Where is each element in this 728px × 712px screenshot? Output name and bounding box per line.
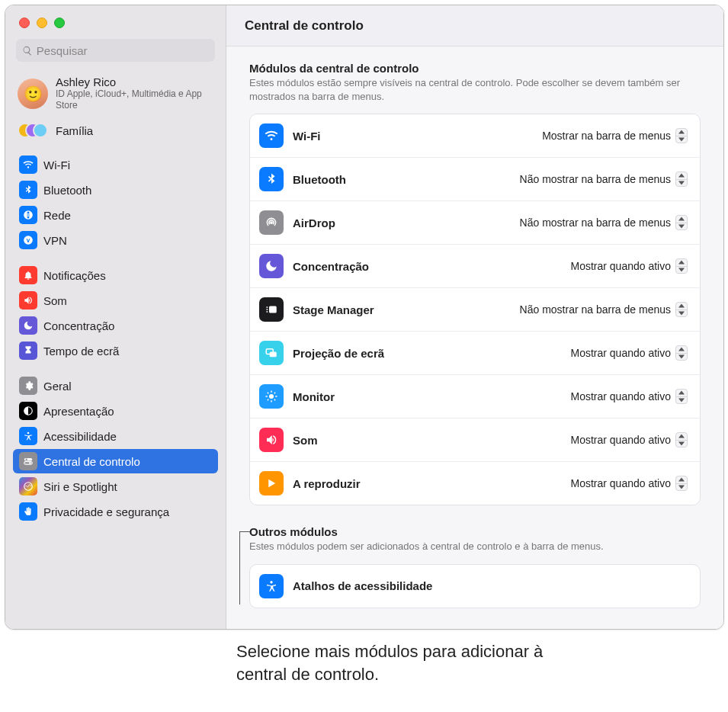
accessibility-icon <box>259 574 284 598</box>
play-icon <box>259 471 284 496</box>
module-select-a-reproduzir[interactable]: Mostrar quando ativo <box>563 473 691 493</box>
module-label: Wi-Fi <box>293 130 525 143</box>
acc-icon <box>19 427 37 445</box>
sidebar-item-label: Notificações <box>43 269 106 282</box>
module-label: Projeção de ecrã <box>293 347 553 360</box>
module-row-stage-manager: Stage Manager Não mostrar na barra de me… <box>250 288 700 332</box>
module-select-value: Mostrar na barra de menus <box>542 130 671 142</box>
module-select-value: Não mostrar na barra de menus <box>520 303 671 316</box>
sidebar-item-geral[interactable]: Geral <box>13 374 218 398</box>
sidebar-item-siri-e-spotlight[interactable]: Siri e Spotlight <box>13 474 218 499</box>
module-select-value: Mostrar quando ativo <box>570 260 671 272</box>
sidebar-item-concentra-o[interactable]: Concentração <box>13 313 218 338</box>
sidebar-item-privacidade-e-seguran-a[interactable]: Privacidade e segurança <box>13 499 218 524</box>
module-label: Bluetooth <box>293 173 503 186</box>
section-title: Módulos da central de controlo <box>249 62 701 75</box>
sidebar-item-wi-fi[interactable]: Wi-Fi <box>13 152 218 177</box>
hourglass-icon <box>19 342 37 360</box>
module-select-bluetooth[interactable]: Não mostrar na barra de menus <box>512 169 691 189</box>
sidebar-list: 🙂 Ashley Rico ID Apple, iCloud+, Multimé… <box>5 69 226 542</box>
sidebar-item-label: Rede <box>43 209 71 222</box>
module-select-value: Mostrar quando ativo <box>570 390 671 403</box>
zoom-button[interactable] <box>54 18 65 28</box>
sidebar-item-apresenta-o[interactable]: Apresentação <box>13 399 218 423</box>
module-label: A reproduzir <box>293 477 553 490</box>
sidebar-item-label: Acessibilidade <box>43 430 117 443</box>
module-label: Monitor <box>293 390 553 403</box>
sidebar-item-label: Siri e Spotlight <box>43 480 117 493</box>
minimize-button[interactable] <box>37 18 47 28</box>
sidebar-item-label: Privacidade e segurança <box>43 505 169 518</box>
stepper-icon <box>675 172 688 187</box>
sidebar-item-tempo-de-ecr[interactable]: Tempo de ecrã <box>13 338 218 363</box>
section-desc: Estes módulos estão sempre visíveis na c… <box>249 76 701 103</box>
moon-icon <box>259 254 284 278</box>
stepper-icon <box>675 345 688 361</box>
module-row-accessibility-shortcuts[interactable]: Atalhos de acessibilidade <box>250 565 700 608</box>
appearance-icon <box>19 402 37 420</box>
bluetooth-icon <box>259 167 284 191</box>
callout-line <box>239 531 240 605</box>
cc-icon <box>19 452 37 470</box>
callout-text: Selecione mais módulos para adicionar à … <box>236 640 564 685</box>
module-row-airdrop: AirDrop Não mostrar na barra de menus <box>250 201 700 245</box>
wifi-icon <box>19 156 37 174</box>
hand-icon <box>19 502 37 521</box>
module-select-concentra-o[interactable]: Mostrar quando ativo <box>563 256 691 276</box>
sidebar-family[interactable]: Família <box>13 117 218 145</box>
page-title: Central de controlo <box>245 18 364 34</box>
section2-desc: Estes módulos podem ser adicionados à ce… <box>249 540 701 553</box>
sidebar-item-notifica-es[interactable]: Notificações <box>13 263 218 287</box>
close-button[interactable] <box>19 18 30 28</box>
stepper-icon <box>675 432 688 447</box>
sidebar-item-label: Bluetooth <box>43 184 91 197</box>
module-select-som[interactable]: Mostrar quando ativo <box>563 430 691 450</box>
module-select-monitor[interactable]: Mostrar quando ativo <box>563 386 691 406</box>
module-select-value: Mostrar quando ativo <box>570 347 671 359</box>
module-row-concentra-o: Concentração Mostrar quando ativo <box>250 245 700 288</box>
stepper-icon <box>675 302 688 317</box>
search-input[interactable] <box>37 44 209 57</box>
sidebar-apple-id[interactable]: 🙂 Ashley Rico ID Apple, iCloud+, Multimé… <box>13 71 218 117</box>
bell-icon <box>19 266 37 284</box>
profile-name: Ashley Rico <box>56 75 213 88</box>
section-other: Outros módulos Estes módulos podem ser a… <box>249 525 701 608</box>
stepper-icon <box>675 389 688 404</box>
content: Módulos da central de controlo Estes mód… <box>226 47 723 629</box>
sidebar-item-central-de-controlo[interactable]: Central de controlo <box>13 449 218 473</box>
sound-icon <box>19 291 37 309</box>
module-select-value: Não mostrar na barra de menus <box>520 216 671 229</box>
module-select-stage-manager[interactable]: Não mostrar na barra de menus <box>512 300 691 319</box>
sidebar-item-acessibilidade[interactable]: Acessibilidade <box>13 424 218 448</box>
module-select-value: Não mostrar na barra de menus <box>520 173 671 185</box>
module-select-value: Mostrar quando ativo <box>570 434 671 446</box>
main-pane: Central de controlo Módulos da central d… <box>226 5 723 629</box>
search-field[interactable] <box>16 39 215 62</box>
sidebar-item-som[interactable]: Som <box>13 288 218 313</box>
module-label: Som <box>293 434 553 447</box>
sidebar-item-vpn[interactable]: VPN <box>13 228 218 252</box>
family-icon <box>18 120 48 140</box>
module-select-proje-o-de-ecr[interactable]: Mostrar quando ativo <box>563 343 691 363</box>
module-select-airdrop[interactable]: Não mostrar na barra de menus <box>512 213 691 233</box>
moon-icon <box>19 316 37 335</box>
profile-sub: ID Apple, iCloud+, Multimédia e App Stor… <box>56 88 213 111</box>
bluetooth-icon <box>19 181 37 199</box>
sidebar-item-bluetooth[interactable]: Bluetooth <box>13 178 218 202</box>
module-select-wi-fi[interactable]: Mostrar na barra de menus <box>534 126 691 146</box>
gear-icon <box>19 377 37 395</box>
module-label: Concentração <box>293 260 553 273</box>
stepper-icon <box>675 128 688 143</box>
screens-icon <box>259 341 284 365</box>
sidebar-item-rede[interactable]: Rede <box>13 203 218 227</box>
titlebar: Central de controlo <box>226 5 723 47</box>
stage-icon <box>259 297 284 322</box>
sidebar-item-label: Tempo de ecrã <box>43 345 119 358</box>
sidebar-item-label: Concentração <box>43 319 114 332</box>
globe-icon <box>19 206 37 224</box>
airdrop-icon <box>259 210 284 235</box>
module-select-value: Mostrar quando ativo <box>570 477 671 489</box>
wifi-icon <box>259 123 284 148</box>
module-label: Atalhos de acessibilidade <box>293 579 691 592</box>
sidebar-item-label: Wi-Fi <box>43 159 70 172</box>
